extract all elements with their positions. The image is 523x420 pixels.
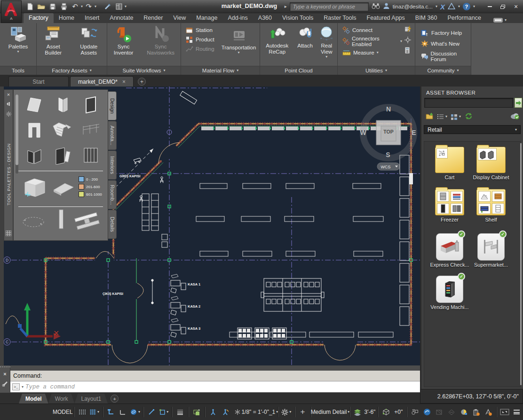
redo-dropdown-icon[interactable]: ▾ xyxy=(95,5,96,8)
thumbnail-view-button[interactable]: ▾ xyxy=(451,114,461,120)
asset-express-checkout[interactable]: ✓ Express Check... xyxy=(429,233,470,268)
account-name[interactable]: tinaz@desita.c... xyxy=(393,4,433,9)
exchange-apps-icon[interactable]: X xyxy=(440,3,445,11)
attach-point-cloud-button[interactable]: Attach xyxy=(295,25,315,49)
palette-item-dark-door[interactable] xyxy=(50,144,75,166)
palette-scrollbar[interactable] xyxy=(16,95,18,174)
asset-builder-button[interactable]: Asset Builder xyxy=(37,25,70,56)
new-layout-button[interactable]: + xyxy=(111,395,119,403)
palette-grid-icon[interactable] xyxy=(6,230,11,238)
isodraft-icon[interactable]: ▾ xyxy=(129,406,141,418)
palette-close-icon[interactable]: × xyxy=(7,92,10,97)
asset-folder-freezer[interactable]: Freezer xyxy=(429,189,470,222)
annotation-settings-gear-icon[interactable]: ▾ xyxy=(281,406,292,418)
transportation-button[interactable]: Transportation▾ xyxy=(220,27,258,55)
station-button[interactable]: Station xyxy=(185,25,215,35)
autosnap-tracking-icon[interactable] xyxy=(146,406,157,418)
crosshair-icon[interactable]: + xyxy=(297,406,309,418)
annotation-autoscale-icon[interactable] xyxy=(220,406,231,418)
palette-item-conveyor-loop[interactable] xyxy=(19,210,48,232)
annotation-monitor-warning-icon[interactable] xyxy=(483,406,494,418)
palette-item-window-grid[interactable] xyxy=(79,144,103,166)
product-button[interactable]: Product xyxy=(185,35,215,44)
palette-tab-roombook[interactable]: Roomb... xyxy=(108,180,117,209)
polar-tracking-icon[interactable] xyxy=(117,406,128,418)
palette-tab-interiors[interactable]: Interiors xyxy=(108,151,117,180)
ribbon-tab-performance[interactable]: Performance xyxy=(442,13,486,23)
asset-search-input[interactable] xyxy=(424,98,513,108)
minimize-button[interactable] xyxy=(484,2,495,11)
panel-utilities-footer[interactable]: Utilities▾ xyxy=(338,66,415,75)
redo-icon[interactable]: ↷ xyxy=(83,2,94,12)
sync-status-icon[interactable] xyxy=(510,112,519,121)
plot-icon[interactable] xyxy=(58,2,69,12)
palette-item-dark-panel[interactable] xyxy=(79,94,103,115)
palette-tab-annotation[interactable]: Annota... xyxy=(108,121,117,150)
elevation-cube-icon[interactable] xyxy=(380,406,392,418)
command-input[interactable] xyxy=(25,384,420,390)
clipboard-warning-icon[interactable] xyxy=(470,406,482,418)
palette-item-corner-booth[interactable] xyxy=(22,144,47,166)
panel-point-cloud-footer[interactable]: Point Cloud xyxy=(260,66,337,75)
palette-item-ibeam[interactable] xyxy=(71,210,103,232)
help-dropdown-icon[interactable]: ▾ xyxy=(473,5,475,8)
wcs-menu[interactable]: WCS xyxy=(377,163,400,170)
new-file-icon[interactable] xyxy=(24,2,35,12)
asset-folder-cart[interactable]: Cart xyxy=(429,147,470,180)
layout-tab-work[interactable]: Work xyxy=(48,394,75,404)
sheet-set-icon[interactable] xyxy=(113,2,124,12)
palette-properties-icon[interactable] xyxy=(6,111,11,118)
qat-overflow-icon[interactable]: ▸ xyxy=(285,4,287,9)
object-snap-icon[interactable]: ▾ xyxy=(158,406,169,418)
ribbon-tab-manage[interactable]: Manage xyxy=(191,13,222,23)
asset-search-go-button[interactable] xyxy=(515,98,522,108)
palette-item-column[interactable] xyxy=(54,208,68,230)
grid-display-icon[interactable]: ▾ xyxy=(89,406,100,418)
palette-item-stairs[interactable] xyxy=(50,119,75,141)
selection-cycling-icon[interactable] xyxy=(191,406,202,418)
palette-item-door-opening[interactable] xyxy=(22,119,47,141)
layout-tab-layout1[interactable]: Layout1 xyxy=(74,394,108,404)
performance-icon[interactable] xyxy=(446,406,457,418)
palette-item-railing[interactable] xyxy=(79,119,103,141)
palette-item-storage-cube[interactable] xyxy=(19,174,49,201)
ribbon-tab-featured-apps[interactable]: Featured Apps xyxy=(362,13,410,23)
ribbon-tab-a360[interactable]: A360 xyxy=(253,13,277,23)
lineweight-icon[interactable] xyxy=(174,406,186,418)
quickcalc-icon[interactable] xyxy=(404,47,412,55)
measure-button[interactable]: Measure▾ xyxy=(341,48,403,57)
detail-level-button[interactable]: Medium Detail▾ xyxy=(313,406,347,418)
undo-dropdown-icon[interactable]: ▾ xyxy=(81,5,83,8)
palettes-button[interactable]: Palettes▾ xyxy=(7,25,30,54)
ribbon-tab-raster-tools[interactable]: Raster Tools xyxy=(318,13,361,23)
model-space-button[interactable]: MODEL xyxy=(54,406,71,418)
ribbon-tab-bim360[interactable]: BIM 360 xyxy=(410,13,443,23)
id-point-icon[interactable] xyxy=(404,36,412,45)
factory-help-button[interactable]: Factory Help xyxy=(420,28,463,38)
annotation-scale-value[interactable]: 1/8" = 1'-0"_1▾ xyxy=(244,406,276,418)
file-tab-start[interactable]: Start xyxy=(8,76,69,87)
customization-menu-icon[interactable] xyxy=(511,406,523,418)
panel-tools-footer[interactable]: Tools xyxy=(0,66,36,75)
recap-button[interactable]: Autodesk ReCap xyxy=(260,25,294,55)
panel-community-footer[interactable]: Community▾ xyxy=(415,66,471,75)
elevation-value[interactable]: +0" xyxy=(393,406,404,418)
asset-folder-shelf[interactable]: Shelf xyxy=(470,189,512,222)
snap-mode-icon[interactable] xyxy=(77,406,88,418)
command-customize-icon[interactable] xyxy=(2,380,8,388)
ribbon-tab-factory[interactable]: Factory xyxy=(24,13,54,23)
ribbon-tab-insert[interactable]: Insert xyxy=(79,13,104,23)
new-drawing-tab-button[interactable]: + xyxy=(138,78,146,86)
qat-customize-icon[interactable]: ▾ xyxy=(125,5,127,8)
palette-tab-details[interactable]: Details xyxy=(108,210,117,239)
command-prompt-icon[interactable]: >_ xyxy=(12,383,20,390)
file-tab-drawing[interactable]: market_DEMO*× xyxy=(70,76,134,87)
asset-folder-display-cabinet[interactable]: Display Cabinet xyxy=(470,147,512,180)
palette-tab-design[interactable]: Design xyxy=(108,91,117,120)
viewcube[interactable]: N W E S TOP xyxy=(360,105,416,158)
refresh-icon[interactable] xyxy=(465,112,473,121)
xref-icon[interactable] xyxy=(434,406,445,418)
recent-commands-icon[interactable]: ▾ xyxy=(22,385,24,389)
save-icon[interactable] xyxy=(47,2,58,12)
whats-new-button[interactable]: What's New xyxy=(420,39,460,48)
